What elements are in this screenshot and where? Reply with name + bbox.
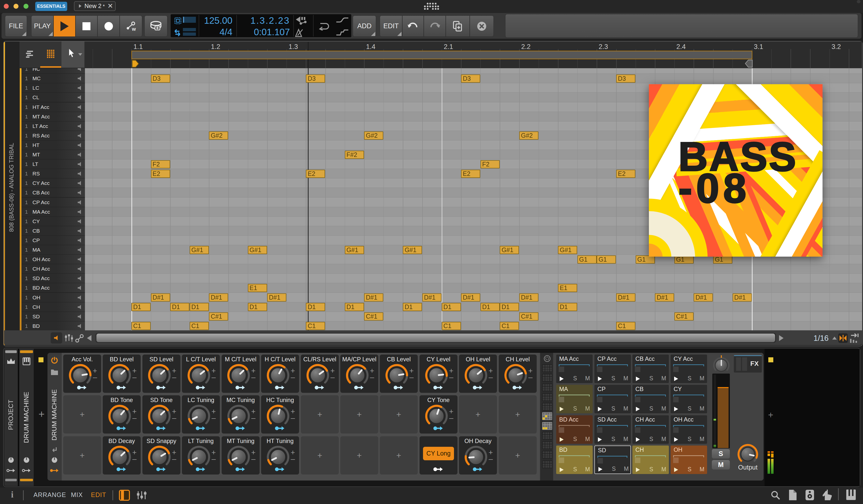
- svg-text:w: w: [132, 26, 136, 32]
- svg-text:-08: -08: [678, 165, 750, 211]
